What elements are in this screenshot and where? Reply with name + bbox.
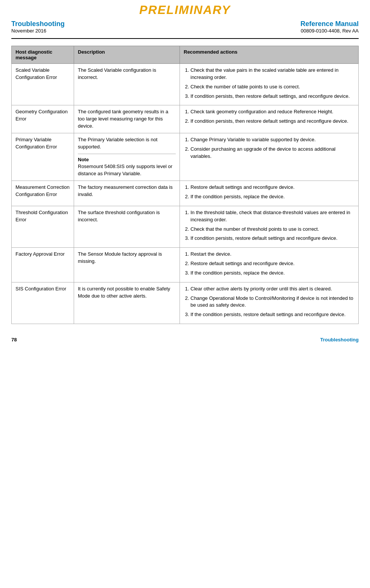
- cell-desc-4: The surface threshold configuration is i…: [74, 206, 180, 247]
- action-item-1-1: If condition persists, then restore defa…: [190, 118, 355, 125]
- header-date: November 2016: [11, 28, 65, 34]
- actions-list-3: Restore default settings and reconfigure…: [190, 184, 355, 201]
- actions-list-2: Change Primary Variable to variable supp…: [190, 136, 355, 160]
- desc-text-6: It is currently not possible to enable S…: [78, 286, 170, 299]
- preliminary-text: PRELIMINARY: [139, 3, 231, 17]
- header-doc-number: 00809-0100-4408, Rev AA: [300, 28, 359, 34]
- actions-list-1: Check tank geometry configuration and re…: [190, 108, 355, 125]
- table-row: Geometry Configuration ErrorThe configur…: [12, 105, 359, 133]
- action-item-2-0: Change Primary Variable to variable supp…: [190, 136, 355, 144]
- col-header-actions: Recommended actions: [180, 46, 359, 64]
- cell-desc-0: The Scaled Variable configuration is inc…: [74, 64, 180, 105]
- action-item-6-2: If the condition persists, restore defau…: [190, 311, 355, 318]
- action-item-3-0: Restore default settings and reconfigure…: [190, 184, 355, 191]
- cell-host-5: Factory Approval Error: [12, 248, 74, 282]
- cell-actions-2: Change Primary Variable to variable supp…: [180, 133, 359, 181]
- footer-page-number: 78: [11, 337, 17, 343]
- actions-list-4: In the threshold table, check that dista…: [190, 209, 355, 242]
- cell-desc-2: The Primary Variable selection is not su…: [74, 133, 180, 181]
- cell-host-3: Measurement Correction Configuration Err…: [12, 181, 74, 206]
- action-item-6-1: Change Operational Mode to Control/Monit…: [190, 295, 355, 309]
- cell-host-4: Threshold Configuration Error: [12, 206, 74, 247]
- action-item-1-0: Check tank geometry configuration and re…: [190, 108, 355, 116]
- desc-text-0: The Scaled Variable configuration is inc…: [78, 67, 156, 80]
- cell-host-1: Geometry Configuration Error: [12, 105, 74, 133]
- action-item-3-1: If the condition persists, replace the d…: [190, 193, 355, 201]
- action-item-4-1: Check that the number of threshold point…: [190, 226, 355, 233]
- table-row: Threshold Configuration ErrorThe surface…: [12, 206, 359, 247]
- action-item-4-0: In the threshold table, check that dista…: [190, 209, 355, 224]
- header-right: Reference Manual 00809-0100-4408, Rev AA: [300, 20, 359, 34]
- action-item-6-0: Clear other active alerts by priority or…: [190, 286, 355, 293]
- desc-text-5: The Sensor Module factory approval is mi…: [78, 251, 162, 264]
- table-row: Primary Variable Configuration ErrorThe …: [12, 133, 359, 181]
- action-item-5-2: If the condition persists, replace the d…: [190, 270, 355, 277]
- actions-list-6: Clear other active alerts by priority or…: [190, 286, 355, 318]
- actions-list-5: Restart the device.Restore default setti…: [190, 251, 355, 277]
- header-divider: [11, 38, 359, 39]
- note-label-2: Note: [78, 156, 176, 164]
- cell-actions-1: Check tank geometry configuration and re…: [180, 105, 359, 133]
- action-item-0-0: Check that the value pairs in the scaled…: [190, 67, 355, 81]
- page-footer: 78 Troubleshooting: [11, 335, 359, 343]
- note-block-2: NoteRosemount 5408:SIS only supports lev…: [78, 154, 176, 178]
- footer-section-label: Troubleshooting: [320, 337, 359, 343]
- table-row: SIS Configuration ErrorIt is currently n…: [12, 282, 359, 324]
- header-left: Troubleshooting November 2016: [11, 20, 65, 34]
- cell-desc-5: The Sensor Module factory approval is mi…: [74, 248, 180, 282]
- cell-host-2: Primary Variable Configuration Error: [12, 133, 74, 181]
- col-header-description: Description: [74, 46, 180, 64]
- desc-text-2: The Primary Variable selection is not su…: [78, 137, 158, 150]
- desc-text-1: The configured tank geometry results in …: [78, 109, 168, 129]
- action-item-2-1: Consider purchasing an upgrade of the de…: [190, 146, 355, 160]
- action-item-0-1: Check the number of table points to use …: [190, 83, 355, 91]
- cell-desc-6: It is currently not possible to enable S…: [74, 282, 180, 324]
- page-wrapper: PRELIMINARY Troubleshooting November 201…: [0, 0, 370, 588]
- header-manual-title: Reference Manual: [300, 20, 359, 28]
- cell-desc-1: The configured tank geometry results in …: [74, 105, 180, 133]
- cell-actions-0: Check that the value pairs in the scaled…: [180, 64, 359, 105]
- col-header-host: Host diagnostic message: [12, 46, 74, 64]
- table-header-row: Host diagnostic message Description Reco…: [12, 46, 359, 64]
- header-section-title: Troubleshooting: [11, 20, 65, 28]
- action-item-4-2: If condition persists, restore default s…: [190, 235, 355, 242]
- table-row: Measurement Correction Configuration Err…: [12, 181, 359, 206]
- action-item-5-0: Restart the device.: [190, 251, 355, 258]
- desc-text-4: The surface threshold configuration is i…: [78, 210, 160, 222]
- table-row: Factory Approval ErrorThe Sensor Module …: [12, 248, 359, 282]
- note-text-2: Rosemount 5408:SIS only supports level o…: [78, 163, 176, 177]
- actions-list-0: Check that the value pairs in the scaled…: [190, 67, 355, 100]
- preliminary-banner: PRELIMINARY: [11, 0, 359, 19]
- page-header: Troubleshooting November 2016 Reference …: [11, 19, 359, 37]
- cell-desc-3: The factory measurement correction data …: [74, 181, 180, 206]
- cell-actions-3: Restore default settings and reconfigure…: [180, 181, 359, 206]
- cell-host-6: SIS Configuration Error: [12, 282, 74, 324]
- desc-text-3: The factory measurement correction data …: [78, 184, 173, 197]
- cell-actions-6: Clear other active alerts by priority or…: [180, 282, 359, 324]
- cell-actions-4: In the threshold table, check that dista…: [180, 206, 359, 247]
- diagnostic-table: Host diagnostic message Description Reco…: [11, 46, 359, 324]
- cell-actions-5: Restart the device.Restore default setti…: [180, 248, 359, 282]
- action-item-0-2: If condition persists, then restore defa…: [190, 93, 355, 100]
- action-item-5-1: Restore default settings and reconfigure…: [190, 260, 355, 267]
- cell-host-0: Scaled Variable Configuration Error: [12, 64, 74, 105]
- table-row: Scaled Variable Configuration ErrorThe S…: [12, 64, 359, 105]
